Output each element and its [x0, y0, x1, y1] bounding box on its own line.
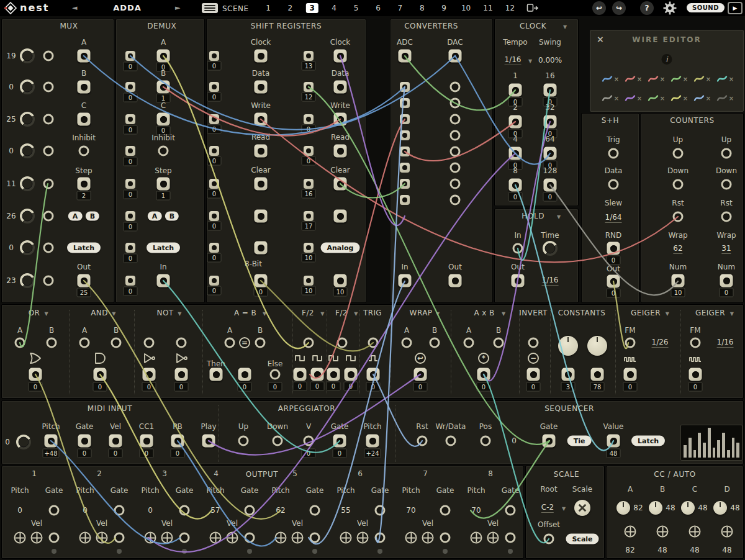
dropdown-chevron-icon[interactable]: ▼ [502, 311, 505, 317]
adc-in-jack[interactable] [399, 274, 412, 287]
preset-name[interactable]: ADDA [99, 3, 155, 12]
demux-latch-button[interactable]: Latch [147, 243, 180, 253]
sh-rnd-jack[interactable] [607, 242, 620, 255]
geiger2-out-value[interactable]: 0 [689, 382, 703, 392]
demux-out-value[interactable]: 0 [124, 62, 138, 71]
arp-down-jack[interactable] [273, 436, 283, 446]
cc-knob-b[interactable] [649, 501, 662, 515]
dac-bit-jack[interactable] [450, 147, 461, 157]
wire-delete-button[interactable]: × [614, 76, 619, 83]
output-gate-in-jack[interactable] [440, 505, 451, 516]
mux-input-dial[interactable] [20, 79, 35, 94]
clock-div-jack[interactable] [509, 115, 522, 129]
sr-aux-jack[interactable] [255, 210, 268, 223]
sr-analog-button[interactable]: Analog [321, 243, 360, 253]
sr-cell-value[interactable]: 0 [207, 286, 222, 296]
preset-prev-button[interactable]: ◄ [72, 4, 77, 12]
dropdown-chevron-icon[interactable]: ▼ [730, 311, 734, 317]
demux-step-jack[interactable] [157, 178, 170, 191]
adc-bit-jack[interactable] [400, 195, 410, 205]
dropdown-chevron-icon[interactable]: ▼ [263, 311, 266, 317]
scene-button-8[interactable]: 8 [416, 3, 428, 13]
mux-input-jack[interactable] [43, 276, 54, 286]
midi-gate-jack[interactable] [78, 435, 91, 448]
mux-step-value[interactable]: 2 [77, 191, 91, 201]
sr-cell-value[interactable]: 0 [302, 125, 316, 134]
output-gate-out-jack[interactable] [375, 533, 386, 543]
wire-delete-button[interactable]: × [729, 95, 734, 102]
adc-bit-jack[interactable] [400, 179, 410, 189]
sr-cell-jack[interactable] [209, 211, 219, 221]
scene-button-11[interactable]: 11 [479, 3, 496, 13]
mux-out-jack[interactable] [78, 274, 91, 287]
midi-play-jack[interactable] [202, 435, 215, 448]
dac-clock-jack[interactable] [449, 50, 462, 63]
axb-out-jack[interactable] [477, 368, 490, 381]
output-gate-in-jack[interactable] [375, 505, 386, 516]
sr-cell-jack[interactable] [304, 82, 314, 92]
midi-pitch-jack[interactable] [45, 435, 58, 448]
seq-step-bar[interactable] [708, 428, 711, 458]
output-pitch-value[interactable]: 0 [148, 506, 153, 515]
dropdown-chevron-icon[interactable]: ▼ [112, 311, 115, 317]
scene-button-10[interactable]: 10 [458, 3, 474, 13]
output-vel-jack[interactable] [227, 532, 238, 544]
output-gate-out-jack[interactable] [179, 533, 190, 543]
dac-bit-jack[interactable] [450, 179, 461, 189]
output-pitch-jack[interactable] [275, 532, 287, 544]
sr-cell-value[interactable]: 12 [302, 93, 316, 102]
counter-down-jack[interactable] [721, 179, 732, 190]
seq-step-bar[interactable] [717, 440, 720, 458]
aeqb-else-value[interactable]: 0 [268, 382, 282, 392]
geiger1-rate-value[interactable]: 1/26 [652, 338, 669, 348]
seq-step-bar[interactable] [689, 438, 692, 458]
sr-cell-value[interactable]: 10 [302, 253, 316, 263]
output-pitch-value[interactable]: 70 [406, 506, 415, 515]
constant-knob[interactable] [587, 336, 607, 356]
output-pitch-value[interactable]: 62 [276, 506, 285, 515]
counter-up-jack[interactable] [673, 148, 684, 159]
cc-knob-a[interactable] [616, 501, 630, 515]
demux-out-value[interactable]: 0 [124, 254, 138, 263]
not-out-value[interactable]: 0 [174, 382, 189, 392]
scene-button-7[interactable]: 7 [394, 3, 407, 13]
sr-clear-jack[interactable] [255, 178, 268, 191]
aeqb-b-jack[interactable] [255, 338, 266, 348]
arp-gate-value[interactable]: 0 [333, 449, 347, 458]
midi-pb-jack[interactable] [171, 435, 184, 448]
settings-gear-icon[interactable] [663, 1, 677, 15]
scene-button-3[interactable]: 3 [306, 3, 318, 13]
sr-cell-jack[interactable] [209, 146, 219, 156]
invert-in-jack[interactable] [528, 338, 539, 348]
output-gate-out-jack[interactable] [114, 533, 125, 543]
play-button[interactable]: ▶ [728, 2, 743, 14]
sr-cell-value[interactable]: 13 [302, 61, 316, 71]
f2-b-out-value[interactable]: 0 [327, 382, 341, 391]
output-vel-jack[interactable] [357, 532, 369, 544]
sr-cell-jack[interactable] [209, 276, 219, 286]
hold-out-jack[interactable] [512, 274, 525, 287]
demux-out-value[interactable]: 0 [124, 157, 138, 166]
invert-out-value[interactable]: 0 [526, 382, 541, 392]
scene-button-1[interactable]: 1 [262, 3, 274, 13]
constant-value[interactable]: 3 [561, 382, 576, 392]
demux-out-value[interactable]: 0 [124, 190, 138, 199]
mux-latch-button[interactable]: Latch [67, 243, 101, 253]
tempo-dropdown-chevron-icon[interactable]: ▼ [528, 58, 532, 64]
sr-cell-value[interactable]: 0 [302, 156, 316, 166]
adc-bit-jack[interactable] [400, 147, 410, 156]
seq-step-bar[interactable] [727, 450, 730, 458]
output-pitch-jack[interactable] [145, 532, 156, 544]
invert-out-jack[interactable] [527, 368, 540, 381]
output-gate-in-jack[interactable] [245, 505, 255, 516]
sr-cell-jack[interactable] [304, 243, 314, 253]
output-gate-in-jack[interactable] [114, 505, 125, 516]
hold-time-value[interactable]: 1/16 [542, 276, 559, 286]
sr-cell-jack[interactable] [209, 243, 219, 253]
mux-inhibit-jack[interactable] [79, 146, 89, 156]
dac-bit-jack[interactable] [450, 82, 461, 93]
mux-addr-jack[interactable] [78, 50, 91, 63]
and-gate-a-jack[interactable] [79, 338, 90, 348]
sr-write-jack[interactable] [255, 113, 268, 126]
counter-up-jack[interactable] [721, 148, 732, 159]
